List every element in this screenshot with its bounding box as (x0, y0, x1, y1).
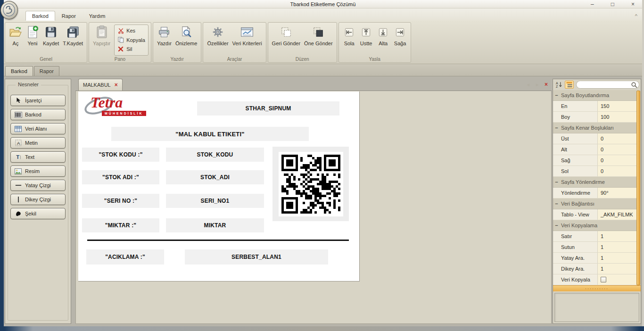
mode-tab-barkod[interactable]: Barkod (5, 66, 33, 76)
separator-line[interactable] (87, 240, 349, 241)
yeni-button[interactable]: Yeni (25, 24, 41, 47)
object-tool-veri-alani[interactable]: Veri Alanı (10, 123, 66, 134)
alta-button[interactable]: Alta (375, 24, 391, 47)
object-tool-sekil[interactable]: Şekil (10, 208, 66, 219)
tetra-logo[interactable]: Tetra MÜHENDİSLİK (83, 94, 163, 117)
property-value-satir[interactable]: 1 (598, 231, 636, 241)
window-frame-right (642, 0, 644, 331)
collapse-minus-icon[interactable]: − (554, 223, 559, 228)
property-section-sayfa-yonlendirme[interactable]: −Sayfa Yönlendirme (553, 177, 636, 188)
ribbon-tab-rapor[interactable]: Rapor (55, 11, 83, 21)
field-title-text[interactable]: "MAL KABUL ETIKETI" (111, 127, 309, 141)
field-miktar-value[interactable]: MIKTAR (166, 218, 264, 232)
property-value-veri-kopyala[interactable] (598, 274, 636, 285)
sort-alphabetical-button[interactable]: A Z (554, 81, 563, 89)
tab-close-icon[interactable]: × (115, 82, 118, 88)
object-tool-isaretci[interactable]: İşaretçi (10, 95, 66, 106)
sil-button[interactable]: Sil (117, 45, 145, 54)
ac-button[interactable]: Aç (8, 24, 24, 47)
veri-kriterleri-button[interactable]: Veri Kriterleri (231, 24, 264, 47)
collapse-minus-icon[interactable]: − (554, 179, 559, 185)
description-splitter[interactable]: ·········· (553, 285, 641, 291)
document-tab-malkabul[interactable]: MALKABUL × (78, 79, 123, 91)
vertical-line-icon (14, 196, 22, 203)
object-tool-resim[interactable]: Resim (10, 166, 66, 177)
ribbon-collapse-button[interactable]: ^ (635, 13, 642, 21)
mode-tab-rapor[interactable]: Rapor (34, 66, 59, 76)
kopyala-button[interactable]: Kopyala (117, 35, 145, 44)
close-button[interactable]: × (631, 1, 635, 8)
property-section-sayfa-boyutlandirma[interactable]: −Sayfa Boyutlandırma (553, 90, 636, 101)
image-icon (14, 167, 22, 175)
ribbon-tab-barkod[interactable]: Barkod (25, 11, 55, 21)
property-value-yonlendirme[interactable]: 90° (598, 188, 636, 198)
app-logo[interactable] (0, 1, 18, 19)
one-gonder-button[interactable]: Öne Gönder (303, 24, 334, 47)
field-stok-adi-value[interactable]: STOK_ADI (166, 170, 264, 184)
property-value-dikey-ara[interactable]: 1 (598, 264, 636, 274)
object-tool-text[interactable]: TText (10, 151, 66, 163)
workspace: Nesneler İşaretçiBarkodVeri AlanıAMetinT… (4, 76, 642, 326)
ustte-button[interactable]: Ustte (358, 24, 374, 47)
collapse-minus-icon[interactable]: − (554, 92, 559, 98)
field-seri-no-value[interactable]: SERI_NO1 (166, 194, 264, 208)
qr-canvas (281, 155, 340, 214)
data-criteria-icon (240, 25, 254, 39)
saga-button[interactable]: Sağa (392, 24, 408, 47)
object-tool-yatay-cizgi[interactable]: Yatay Çizgi (10, 180, 66, 191)
alta-button-label: Alta (379, 41, 388, 46)
veri-kopyala-checkbox[interactable] (601, 277, 606, 282)
collapse-minus-icon[interactable]: − (554, 201, 559, 207)
kaydet-button[interactable]: Kaydet (41, 24, 60, 47)
property-value-alt[interactable]: 0 (598, 144, 636, 155)
field-serbest-alan1-value[interactable]: SERBEST_ALAN1 (185, 249, 328, 265)
property-value-sutun[interactable]: 1 (598, 242, 636, 252)
yazdir-button-label: Yazdır (157, 41, 172, 46)
property-value-ust[interactable]: 0 (598, 133, 636, 144)
object-tool-dikey-cizgi[interactable]: Dikey Çizgi (10, 194, 66, 205)
sola-button[interactable]: Sola (341, 24, 357, 47)
field-stok-kodu-value[interactable]: STOK_KODU (166, 148, 264, 162)
categorized-view-button[interactable] (565, 81, 574, 89)
field-stok-adi-label[interactable]: "STOK ADI :" (82, 170, 159, 184)
onizleme-button[interactable]: Önizleme (174, 24, 198, 47)
tab-scroll-left-icon[interactable]: ◄ (526, 82, 530, 87)
property-search-input[interactable] (576, 81, 639, 89)
kes-button[interactable]: Kes (117, 26, 145, 35)
geri-gonder-button[interactable]: Geri Gönder (271, 24, 302, 47)
ribbon-tab-yardim[interactable]: Yardım (83, 11, 112, 21)
tabstrip-close-icon[interactable]: × (545, 81, 548, 88)
field-sthar-sipnum[interactable]: STHAR_SIPNUM (197, 101, 339, 116)
property-row-veri-kopyala: Veri Kopyala (553, 274, 636, 285)
yazdir-button[interactable]: Yazdır (156, 24, 173, 47)
object-tool-metin[interactable]: AMetin (10, 137, 66, 149)
property-value-tablo-view[interactable]: _AKM_FILMK (598, 209, 636, 220)
object-tool-barkod[interactable]: Barkod (10, 109, 66, 120)
property-value-boy[interactable]: 100 (598, 112, 636, 122)
yapistir-button[interactable]: Yapıştır (91, 24, 112, 47)
collapse-minus-icon[interactable]: − (554, 125, 559, 131)
property-section-veri-baglantisi[interactable]: −Veri Bağlantısı (553, 199, 636, 209)
property-row-en: En150 (553, 101, 636, 112)
property-section-sayfa-kenar-bosluklari[interactable]: −Sayfa Kenar Boşlukları (553, 123, 636, 133)
t-kaydet-button[interactable]: T.Kaydet (61, 24, 84, 47)
property-value-yatay-ara[interactable]: 1 (598, 253, 636, 263)
property-value-sol[interactable]: 0 (598, 166, 636, 176)
ozellikler-button[interactable]: Özellikler (206, 24, 230, 47)
kopyala-button-label: Kopyala (126, 37, 145, 43)
field-miktar-label[interactable]: "MIKTAR :" (82, 218, 159, 232)
minimize-button[interactable]: – (591, 1, 594, 8)
field-stok-kodu-label[interactable]: "STOK KODU :" (82, 148, 159, 162)
property-grid-scrollbar[interactable] (636, 91, 640, 285)
property-value-sag[interactable]: 0 (598, 155, 636, 166)
tab-scroll-right-icon[interactable]: ► (535, 82, 540, 87)
property-section-veri-kopyalama[interactable]: −Veri Kopyalama (553, 220, 636, 231)
label-design-canvas[interactable]: Tetra MÜHENDİSLİK STHAR_SIPNUM "MAL KABU… (78, 91, 360, 281)
maximize-button[interactable]: □ (611, 1, 614, 8)
field-seri-no-label[interactable]: "SERI NO :" (82, 194, 159, 208)
sil-button-label: Sil (126, 46, 132, 52)
field-aciklama-label[interactable]: "ACIKLAMA :" (86, 249, 164, 265)
property-value-en[interactable]: 150 (598, 101, 636, 111)
ribbon-group-label-pano: Pano (89, 57, 151, 62)
qr-code[interactable] (272, 147, 349, 221)
